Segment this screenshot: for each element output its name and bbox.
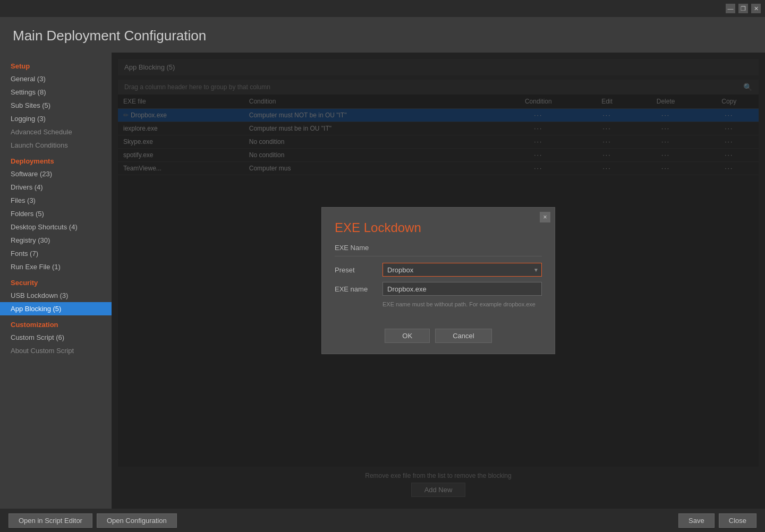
exe-name-input[interactable] (382, 282, 542, 296)
open-script-editor-button[interactable]: Open in Script Editor (8, 513, 92, 528)
sidebar-section-deployments: Deployments (0, 152, 112, 167)
save-button[interactable]: Save (678, 513, 715, 528)
minimize-button[interactable]: — (726, 4, 735, 13)
main-content: App Blocking (5) Drag a column header he… (112, 53, 765, 509)
preset-select-wrapper: Dropbox Internet Explorer Skype Spotify … (382, 263, 542, 277)
modal-cancel-button[interactable]: Cancel (435, 329, 491, 343)
sidebar-item-custom-script[interactable]: Custom Script (6) (0, 331, 112, 344)
sidebar-item-about-custom-script[interactable]: About Custom Script (0, 344, 112, 357)
modal-hint-text: EXE name must be without path. For examp… (335, 301, 542, 307)
close-button-footer[interactable]: Close (719, 513, 756, 528)
modal-body: EXE Name Preset Dropbox Internet Explore… (322, 244, 555, 324)
sidebar-item-fonts[interactable]: Fonts (7) (0, 247, 112, 260)
sidebar-item-launch-conditions[interactable]: Launch Conditions (0, 139, 112, 152)
app-header: Main Deployment Configuration (0, 17, 765, 53)
sidebar-item-drivers[interactable]: Drivers (4) (0, 181, 112, 194)
close-button[interactable]: ✕ (751, 4, 761, 13)
sidebar-item-sub-sites[interactable]: Sub Sites (5) (0, 99, 112, 112)
footer-left: Open in Script Editor Open Configuration (8, 513, 177, 528)
title-bar: — ❐ ✕ (0, 0, 765, 17)
open-configuration-button[interactable]: Open Configuration (97, 513, 177, 528)
sidebar-item-settings[interactable]: Settings (8) (0, 85, 112, 99)
modal-exe-name-field: EXE name (335, 282, 542, 296)
sidebar-item-general[interactable]: General (3) (0, 72, 112, 85)
sidebar-section-setup: Setup (0, 57, 112, 72)
modal-preset-label: Preset (335, 266, 382, 274)
sidebar-item-logging[interactable]: Logging (3) (0, 112, 112, 125)
modal-preset-field: Preset Dropbox Internet Explorer Skype S… (335, 263, 542, 277)
exe-lockdown-modal: × EXE Lockdown EXE Name Preset Dropbox I… (321, 207, 555, 354)
modal-exe-name-label: EXE name (335, 285, 382, 293)
sidebar-item-desktop-shortcuts[interactable]: Desktop Shortcuts (4) (0, 220, 112, 234)
modal-section-label: EXE Name (335, 244, 542, 256)
sidebar-item-folders[interactable]: Folders (5) (0, 207, 112, 220)
sidebar-item-run-exe[interactable]: Run Exe File (1) (0, 260, 112, 273)
sidebar-item-registry[interactable]: Registry (30) (0, 234, 112, 247)
modal-close-button[interactable]: × (540, 212, 550, 222)
page-title: Main Deployment Configuration (13, 28, 752, 44)
sidebar-item-software[interactable]: Software (23) (0, 167, 112, 181)
preset-select[interactable]: Dropbox Internet Explorer Skype Spotify … (382, 263, 542, 277)
footer-right: Save Close (678, 513, 756, 528)
modal-overlay[interactable]: × EXE Lockdown EXE Name Preset Dropbox I… (112, 53, 765, 509)
app-container: Main Deployment Configuration Setup Gene… (0, 17, 765, 532)
footer: Open in Script Editor Open Configuration… (0, 509, 765, 532)
sidebar: Setup General (3) Settings (8) Sub Sites… (0, 53, 112, 509)
sidebar-item-usb-lockdown[interactable]: USB Lockdown (3) (0, 289, 112, 302)
sidebar-item-files[interactable]: Files (3) (0, 194, 112, 207)
sidebar-section-security: Security (0, 273, 112, 289)
app-body: Setup General (3) Settings (8) Sub Sites… (0, 53, 765, 509)
modal-buttons: OK Cancel (322, 324, 555, 354)
restore-button[interactable]: ❐ (738, 4, 748, 13)
sidebar-item-app-blocking[interactable]: App Blocking (5) (0, 302, 112, 315)
modal-title: EXE Lockdown (322, 208, 555, 244)
sidebar-section-customization: Customization (0, 315, 112, 331)
sidebar-item-advanced-schedule[interactable]: Advanced Schedule (0, 125, 112, 139)
modal-ok-button[interactable]: OK (385, 329, 430, 343)
